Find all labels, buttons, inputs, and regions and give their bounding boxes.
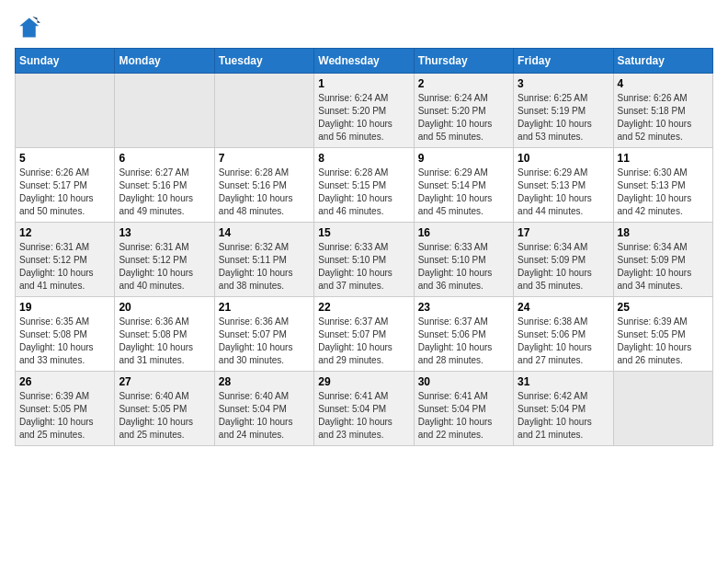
day-number: 20 bbox=[119, 301, 210, 314]
day-number: 12 bbox=[19, 226, 110, 239]
svg-marker-0 bbox=[19, 18, 39, 38]
calendar-cell: 17Sunrise: 6:34 AM Sunset: 5:09 PM Dayli… bbox=[514, 223, 613, 297]
calendar-cell: 2Sunrise: 6:24 AM Sunset: 5:20 PM Daylig… bbox=[414, 74, 513, 148]
day-number: 10 bbox=[518, 152, 609, 165]
calendar-cell: 26Sunrise: 6:39 AM Sunset: 5:05 PM Dayli… bbox=[16, 372, 115, 446]
day-number: 7 bbox=[219, 152, 310, 165]
calendar-table: SundayMondayTuesdayWednesdayThursdayFrid… bbox=[15, 48, 713, 446]
calendar-cell: 13Sunrise: 6:31 AM Sunset: 5:12 PM Dayli… bbox=[115, 223, 214, 297]
calendar-cell: 31Sunrise: 6:42 AM Sunset: 5:04 PM Dayli… bbox=[514, 372, 613, 446]
day-number: 28 bbox=[219, 375, 310, 388]
day-number: 25 bbox=[618, 301, 709, 314]
calendar-week-row: 26Sunrise: 6:39 AM Sunset: 5:05 PM Dayli… bbox=[16, 372, 713, 446]
day-info: Sunrise: 6:29 AM Sunset: 5:13 PM Dayligh… bbox=[518, 167, 609, 218]
calendar-cell: 27Sunrise: 6:40 AM Sunset: 5:05 PM Dayli… bbox=[115, 372, 214, 446]
calendar-cell: 18Sunrise: 6:34 AM Sunset: 5:09 PM Dayli… bbox=[613, 223, 712, 297]
day-number: 14 bbox=[219, 226, 310, 239]
calendar-cell: 30Sunrise: 6:41 AM Sunset: 5:04 PM Dayli… bbox=[414, 372, 513, 446]
calendar-header-row: SundayMondayTuesdayWednesdayThursdayFrid… bbox=[16, 49, 713, 74]
calendar-cell: 12Sunrise: 6:31 AM Sunset: 5:12 PM Dayli… bbox=[16, 223, 115, 297]
day-header-friday: Friday bbox=[514, 49, 613, 74]
day-number: 30 bbox=[418, 375, 509, 388]
day-info: Sunrise: 6:34 AM Sunset: 5:09 PM Dayligh… bbox=[518, 241, 609, 293]
calendar-cell: 11Sunrise: 6:30 AM Sunset: 5:13 PM Dayli… bbox=[613, 148, 712, 223]
calendar-cell: 24Sunrise: 6:38 AM Sunset: 5:06 PM Dayli… bbox=[514, 297, 613, 372]
calendar-cell: 20Sunrise: 6:36 AM Sunset: 5:08 PM Dayli… bbox=[115, 297, 214, 372]
day-number: 15 bbox=[318, 226, 409, 239]
day-info: Sunrise: 6:28 AM Sunset: 5:15 PM Dayligh… bbox=[318, 167, 409, 218]
day-number: 5 bbox=[19, 152, 110, 165]
calendar-cell: 10Sunrise: 6:29 AM Sunset: 5:13 PM Dayli… bbox=[514, 148, 613, 223]
calendar-cell: 1Sunrise: 6:24 AM Sunset: 5:20 PM Daylig… bbox=[314, 74, 414, 148]
day-number: 23 bbox=[418, 301, 509, 314]
day-info: Sunrise: 6:26 AM Sunset: 5:17 PM Dayligh… bbox=[19, 167, 110, 218]
day-number: 16 bbox=[418, 226, 509, 239]
day-number: 29 bbox=[318, 375, 409, 388]
day-number: 8 bbox=[318, 152, 409, 165]
day-info: Sunrise: 6:42 AM Sunset: 5:04 PM Dayligh… bbox=[518, 390, 609, 442]
day-info: Sunrise: 6:40 AM Sunset: 5:04 PM Dayligh… bbox=[219, 390, 310, 442]
day-info: Sunrise: 6:39 AM Sunset: 5:05 PM Dayligh… bbox=[19, 390, 110, 442]
day-info: Sunrise: 6:37 AM Sunset: 5:06 PM Dayligh… bbox=[418, 316, 509, 367]
day-info: Sunrise: 6:24 AM Sunset: 5:20 PM Dayligh… bbox=[418, 92, 509, 144]
calendar-cell bbox=[613, 372, 712, 446]
day-number: 13 bbox=[119, 226, 210, 239]
day-info: Sunrise: 6:26 AM Sunset: 5:18 PM Dayligh… bbox=[618, 92, 709, 144]
day-number: 2 bbox=[418, 77, 509, 90]
day-number: 11 bbox=[618, 152, 709, 165]
day-info: Sunrise: 6:36 AM Sunset: 5:07 PM Dayligh… bbox=[219, 316, 310, 367]
day-info: Sunrise: 6:38 AM Sunset: 5:06 PM Dayligh… bbox=[518, 316, 609, 367]
day-info: Sunrise: 6:28 AM Sunset: 5:16 PM Dayligh… bbox=[219, 167, 310, 218]
day-info: Sunrise: 6:29 AM Sunset: 5:14 PM Dayligh… bbox=[418, 167, 509, 218]
day-info: Sunrise: 6:35 AM Sunset: 5:08 PM Dayligh… bbox=[19, 316, 110, 367]
day-info: Sunrise: 6:36 AM Sunset: 5:08 PM Dayligh… bbox=[119, 316, 210, 367]
day-info: Sunrise: 6:27 AM Sunset: 5:16 PM Dayligh… bbox=[119, 167, 210, 218]
day-info: Sunrise: 6:41 AM Sunset: 5:04 PM Dayligh… bbox=[318, 390, 409, 442]
calendar-cell bbox=[16, 74, 115, 148]
day-number: 17 bbox=[518, 226, 609, 239]
logo bbox=[15, 15, 44, 40]
day-number: 3 bbox=[518, 77, 609, 90]
day-number: 27 bbox=[119, 375, 210, 388]
day-info: Sunrise: 6:32 AM Sunset: 5:11 PM Dayligh… bbox=[219, 241, 310, 293]
day-header-sunday: Sunday bbox=[16, 49, 115, 74]
page-header bbox=[15, 15, 713, 40]
calendar-cell bbox=[115, 74, 214, 148]
calendar-week-row: 12Sunrise: 6:31 AM Sunset: 5:12 PM Dayli… bbox=[16, 223, 713, 297]
day-info: Sunrise: 6:25 AM Sunset: 5:19 PM Dayligh… bbox=[518, 92, 609, 144]
calendar-cell: 22Sunrise: 6:37 AM Sunset: 5:07 PM Dayli… bbox=[314, 297, 414, 372]
day-number: 9 bbox=[418, 152, 509, 165]
calendar-cell: 8Sunrise: 6:28 AM Sunset: 5:15 PM Daylig… bbox=[314, 148, 414, 223]
calendar-cell: 7Sunrise: 6:28 AM Sunset: 5:16 PM Daylig… bbox=[214, 148, 313, 223]
day-info: Sunrise: 6:24 AM Sunset: 5:20 PM Dayligh… bbox=[318, 92, 409, 144]
day-info: Sunrise: 6:34 AM Sunset: 5:09 PM Dayligh… bbox=[618, 241, 709, 293]
calendar-cell bbox=[214, 74, 313, 148]
calendar-cell: 14Sunrise: 6:32 AM Sunset: 5:11 PM Dayli… bbox=[214, 223, 313, 297]
calendar-week-row: 19Sunrise: 6:35 AM Sunset: 5:08 PM Dayli… bbox=[16, 297, 713, 372]
day-info: Sunrise: 6:40 AM Sunset: 5:05 PM Dayligh… bbox=[119, 390, 210, 442]
day-info: Sunrise: 6:31 AM Sunset: 5:12 PM Dayligh… bbox=[19, 241, 110, 293]
day-info: Sunrise: 6:31 AM Sunset: 5:12 PM Dayligh… bbox=[119, 241, 210, 293]
day-info: Sunrise: 6:39 AM Sunset: 5:05 PM Dayligh… bbox=[618, 316, 709, 367]
day-number: 1 bbox=[318, 77, 409, 90]
logo-icon bbox=[15, 15, 40, 40]
day-number: 4 bbox=[618, 77, 709, 90]
day-number: 21 bbox=[219, 301, 310, 314]
calendar-cell: 21Sunrise: 6:36 AM Sunset: 5:07 PM Dayli… bbox=[214, 297, 313, 372]
day-header-wednesday: Wednesday bbox=[314, 49, 414, 74]
calendar-cell: 9Sunrise: 6:29 AM Sunset: 5:14 PM Daylig… bbox=[414, 148, 513, 223]
calendar-cell: 3Sunrise: 6:25 AM Sunset: 5:19 PM Daylig… bbox=[514, 74, 613, 148]
calendar-week-row: 1Sunrise: 6:24 AM Sunset: 5:20 PM Daylig… bbox=[16, 74, 713, 148]
day-info: Sunrise: 6:30 AM Sunset: 5:13 PM Dayligh… bbox=[618, 167, 709, 218]
day-number: 26 bbox=[19, 375, 110, 388]
calendar-cell: 16Sunrise: 6:33 AM Sunset: 5:10 PM Dayli… bbox=[414, 223, 513, 297]
calendar-cell: 4Sunrise: 6:26 AM Sunset: 5:18 PM Daylig… bbox=[613, 74, 712, 148]
day-number: 24 bbox=[518, 301, 609, 314]
calendar-cell: 15Sunrise: 6:33 AM Sunset: 5:10 PM Dayli… bbox=[314, 223, 414, 297]
day-number: 31 bbox=[518, 375, 609, 388]
calendar-cell: 19Sunrise: 6:35 AM Sunset: 5:08 PM Dayli… bbox=[16, 297, 115, 372]
day-number: 18 bbox=[618, 226, 709, 239]
day-header-tuesday: Tuesday bbox=[214, 49, 313, 74]
calendar-cell: 25Sunrise: 6:39 AM Sunset: 5:05 PM Dayli… bbox=[613, 297, 712, 372]
day-number: 19 bbox=[19, 301, 110, 314]
